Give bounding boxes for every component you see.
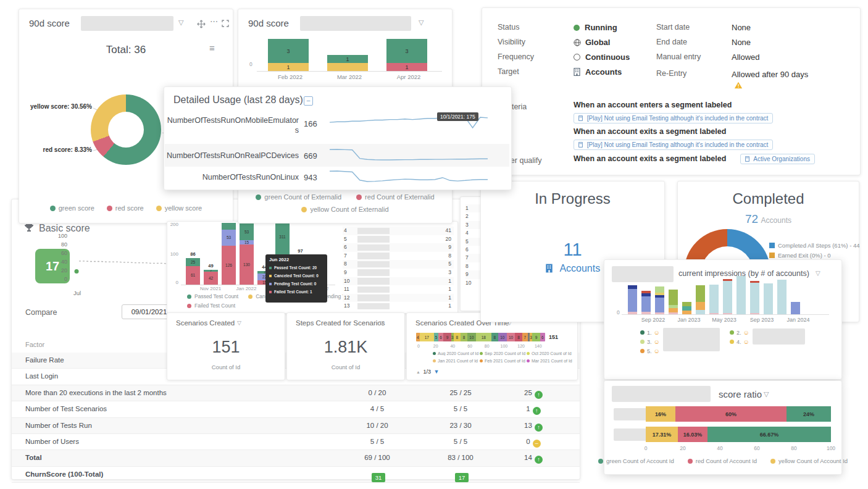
legend-swatch bbox=[256, 194, 261, 200]
usage-sparkline[interactable] bbox=[330, 168, 488, 184]
legend-item[interactable]: red Count of Account Id bbox=[688, 458, 757, 464]
ratio-bar[interactable]: 17.31%16.03%66.67% bbox=[646, 427, 831, 442]
page-up-icon[interactable]: ▲ bbox=[416, 370, 420, 374]
legend-item[interactable]: red Count of Externalid bbox=[356, 193, 435, 201]
bar[interactable] bbox=[655, 270, 664, 314]
bar[interactable] bbox=[709, 270, 719, 314]
bar[interactable]: 31 bbox=[268, 27, 309, 71]
legend-item[interactable]: Completed All Steps (61%) - 44 bbox=[769, 242, 857, 249]
bar-segment: 1 bbox=[327, 55, 368, 63]
legend-swatch bbox=[480, 359, 483, 362]
scenarios-over-time-bar[interactable]: 41756938810188101087396 bbox=[416, 333, 545, 341]
bar[interactable] bbox=[723, 270, 732, 314]
bar[interactable] bbox=[777, 270, 787, 314]
page-down-icon[interactable]: ▼ bbox=[433, 369, 439, 375]
bar-segment: 17 bbox=[420, 333, 435, 341]
bar-segment: 6 bbox=[540, 333, 545, 341]
usage-metric-value: 943 bbox=[304, 173, 317, 182]
bar[interactable]: 5315130 bbox=[240, 223, 254, 285]
legend-label: yellow score bbox=[165, 204, 202, 212]
bar[interactable] bbox=[641, 270, 651, 314]
table-row: 93 bbox=[343, 269, 454, 277]
up-arrow-icon: ↑ bbox=[535, 391, 543, 399]
usage-sparkline[interactable] bbox=[330, 146, 488, 162]
segment-chip[interactable]: [Play] Not using Email Testing although … bbox=[574, 113, 773, 123]
row-value: 9 bbox=[448, 243, 451, 252]
bar[interactable]: 1 bbox=[327, 27, 368, 71]
target-label: Target bbox=[498, 67, 519, 76]
bar-segment bbox=[655, 298, 664, 312]
legend-label: Failed Test Count bbox=[194, 303, 235, 309]
legend-item[interactable]: Mar 2021 Count of Id bbox=[527, 359, 574, 363]
bar[interactable]: 31 bbox=[386, 27, 427, 71]
bar[interactable] bbox=[696, 270, 705, 314]
bar[interactable] bbox=[764, 270, 773, 314]
factor-header-label: Factor bbox=[25, 341, 44, 348]
redacted-cell bbox=[357, 286, 390, 293]
legend-swatch bbox=[527, 352, 530, 355]
collapse-icon[interactable]: – bbox=[304, 96, 313, 106]
legend-item[interactable]: yellow Count of Externalid bbox=[301, 206, 388, 213]
legend-item[interactable]: yellow Count of Account Id bbox=[770, 458, 848, 464]
bar[interactable]: 10453126 bbox=[222, 223, 236, 285]
value-cell: 4 / 5 bbox=[349, 401, 405, 417]
bar[interactable] bbox=[737, 270, 746, 314]
redacted-cell bbox=[357, 295, 390, 301]
legend-item[interactable]: red score bbox=[107, 204, 144, 212]
legend-item[interactable]: Jan 2021 Count of Id bbox=[433, 359, 480, 363]
legend-item[interactable]: Passed Test Count bbox=[187, 293, 238, 299]
legend-item[interactable]: green Count of Account Id bbox=[598, 458, 674, 464]
churn-badge: 31 bbox=[372, 473, 385, 482]
row-index: 10 bbox=[344, 277, 349, 286]
impressions-bar-chart[interactable] bbox=[622, 270, 829, 315]
bar-segment: 1 bbox=[268, 63, 309, 71]
x-axis-label: 100 bbox=[826, 445, 836, 451]
bar-segment: 53 bbox=[222, 230, 236, 246]
row-index: 4 bbox=[344, 227, 347, 235]
steps-created-value: 1.81K bbox=[287, 338, 404, 357]
legend-swatch bbox=[640, 330, 645, 335]
legend-item[interactable]: Aug 2020 Count of Id bbox=[433, 351, 480, 356]
score-donut-chart[interactable] bbox=[91, 94, 161, 165]
table-row: 69 bbox=[343, 243, 454, 252]
bar[interactable] bbox=[682, 270, 691, 314]
x-axis-label: 0 bbox=[412, 344, 425, 348]
bar-segment bbox=[764, 283, 773, 314]
bar[interactable] bbox=[791, 270, 800, 314]
redacted-cell bbox=[357, 228, 390, 235]
legend-item[interactable]: Sep 2020 Count of Id bbox=[480, 351, 527, 356]
factor-cell: Number of Users bbox=[25, 434, 79, 449]
score-bars-chart[interactable]: 31131 bbox=[257, 27, 442, 72]
in-progress-value: 11 bbox=[481, 240, 664, 260]
legend-item[interactable]: green Count of Externalid bbox=[256, 193, 341, 201]
bar[interactable] bbox=[750, 270, 759, 314]
legend-item[interactable]: green score bbox=[50, 204, 94, 212]
legend-item[interactable]: Feb 2021 Count of Id bbox=[480, 359, 527, 363]
bar-segment bbox=[709, 313, 719, 314]
filter-icon[interactable]: ▽ bbox=[380, 320, 384, 326]
legend-item[interactable]: yellow score bbox=[156, 204, 202, 212]
filter-icon[interactable]: ▽ bbox=[237, 320, 241, 326]
filter-icon[interactable]: ▽ bbox=[419, 19, 424, 27]
table-row: 78 bbox=[343, 252, 454, 261]
legend-item[interactable]: Earned Exit (0%) - 0 bbox=[769, 252, 857, 259]
end-date-value: None bbox=[732, 38, 751, 47]
ratio-bar[interactable]: 16%60%24% bbox=[646, 406, 831, 422]
tooltip-line: Failed Test Count: 1 bbox=[269, 288, 323, 296]
scenarios-created-sub: Count of Id bbox=[167, 364, 285, 370]
bar[interactable] bbox=[669, 270, 678, 314]
segment-chip[interactable]: Active Organizations bbox=[740, 154, 815, 164]
legend-item[interactable]: Oct 2020 Count of Id bbox=[527, 351, 574, 356]
in-progress-unit[interactable]: Accounts bbox=[559, 263, 600, 274]
redacted-text bbox=[753, 328, 805, 345]
usage-metric-name: NumberOfTestsRunOnRealPCDevices bbox=[167, 151, 299, 160]
bar[interactable] bbox=[628, 270, 637, 314]
legend-item[interactable]: Failed Test Count bbox=[187, 303, 235, 309]
filter-icon[interactable]: ▽ bbox=[764, 390, 769, 398]
segment-chip[interactable]: [Play] Not using Email Testing although … bbox=[574, 140, 773, 150]
legend-swatch bbox=[433, 359, 436, 362]
bar[interactable]: 742 bbox=[204, 223, 218, 285]
badge-cell: 31 bbox=[372, 470, 385, 485]
redacted-cell bbox=[357, 261, 390, 268]
delta-cell: 0– bbox=[506, 434, 561, 449]
